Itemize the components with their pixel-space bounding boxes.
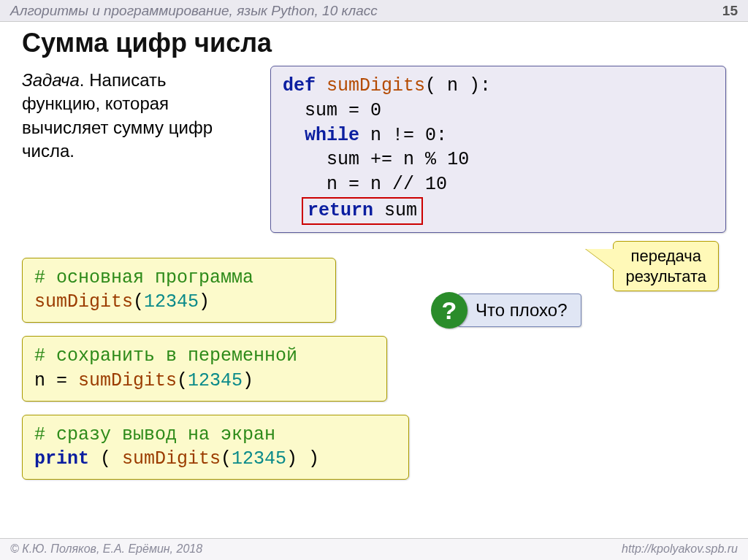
c-open: ( — [221, 448, 232, 469]
question-mark-icon: ? — [431, 292, 468, 329]
l2-eq: = — [348, 100, 359, 121]
footer-copyright: © К.Ю. Поляков, Е.А. Ерёмин, 2018 — [10, 542, 202, 556]
l5-n2: n — [359, 174, 381, 195]
c-arg: 12345 — [232, 448, 286, 469]
l4-mod: % — [425, 149, 436, 170]
l4-pe: += — [370, 149, 392, 170]
a-comment: # основная программа — [34, 267, 253, 288]
code-definition-box: def sumDigits( n ): sum = 0 while n != 0… — [270, 66, 726, 233]
l3-zero: 0: — [425, 125, 447, 146]
l3-ne: != — [392, 125, 414, 146]
b-fn: sumDigits — [78, 370, 177, 391]
snippet-main-program: # основная программа sumDigits(12345) — [22, 258, 336, 323]
a-close: ) — [199, 291, 210, 312]
task-label: Задача — [22, 70, 80, 90]
slide-footer: © К.Ю. Поляков, Е.А. Ерёмин, 2018 http:/… — [0, 538, 748, 560]
fn-params: ( n ): — [425, 75, 491, 96]
callout-result-transfer: передача результата — [613, 241, 719, 291]
l2-zero: 0 — [370, 100, 381, 121]
b-arg: 12345 — [188, 370, 243, 391]
l5-ten: 10 — [425, 174, 447, 195]
page-number: 15 — [722, 3, 738, 19]
b-open: ( — [177, 370, 188, 391]
l4-ten: 10 — [447, 149, 469, 170]
snippet-store-variable: # сохранить в переменной n = sumDigits(1… — [22, 336, 387, 402]
c-close: ) ) — [286, 448, 319, 469]
a-arg: 12345 — [144, 291, 199, 312]
callout-line1: передача — [625, 246, 706, 266]
question-callout: ? Что плохо? — [431, 292, 581, 329]
l3-n: n — [359, 125, 381, 146]
header-subject: Алгоритмы и программирование, язык Pytho… — [10, 3, 378, 19]
l5-fd: // — [392, 174, 414, 195]
kw-while: while — [283, 125, 359, 146]
b-lhs: n = — [34, 370, 78, 391]
c-fn: sumDigits — [122, 448, 221, 469]
l2-var: sum — [283, 100, 337, 121]
slide-title: Сумма цифр числа — [0, 22, 748, 66]
return-highlight: return sum — [302, 197, 423, 225]
a-fn: sumDigits — [34, 291, 133, 312]
l5-eq: = — [348, 174, 359, 195]
l5-n: n — [283, 174, 337, 195]
b-close: ) — [243, 370, 253, 391]
fn-name: sumDigits — [327, 75, 425, 96]
callout-line2: результата — [625, 266, 706, 287]
question-text: Что плохо? — [457, 294, 581, 327]
task-text: Задача. Написать функцию, которая вычисл… — [22, 66, 248, 164]
slide-header: Алгоритмы и программирование, язык Pytho… — [0, 0, 748, 22]
kw-return: return — [308, 200, 373, 221]
c-space: ( — [89, 448, 122, 469]
kw-def: def — [283, 75, 316, 96]
b-comment: # сохранить в переменной — [34, 345, 297, 367]
ret-sum: sum — [373, 200, 417, 221]
c-comment: # сразу вывод на экран — [34, 424, 275, 445]
footer-url: http://kpolyakov.spb.ru — [622, 542, 738, 556]
c-print: print — [34, 448, 89, 469]
l4-n: n — [392, 149, 414, 170]
snippet-print: # сразу вывод на экран print ( sumDigits… — [22, 415, 409, 480]
l4-sum: sum — [283, 149, 359, 170]
a-open: ( — [133, 291, 144, 312]
